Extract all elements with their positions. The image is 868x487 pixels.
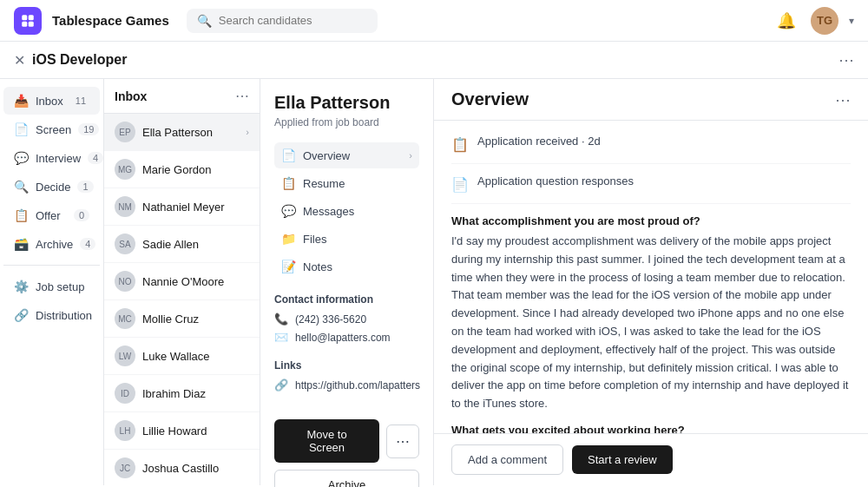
close-job-button[interactable]: ✕	[14, 52, 25, 69]
candidate-detail-source: Applied from job board	[274, 116, 419, 128]
candidate-avatar: LW	[115, 346, 135, 366]
candidates-more-button[interactable]: ⋯	[235, 88, 249, 104]
nav-item-notes[interactable]: 📝 Notes	[274, 253, 419, 280]
candidate-name: Ibrahim Diaz	[142, 387, 249, 400]
svg-rect-2	[22, 21, 27, 26]
sidebar-item-inbox-label: Inbox	[36, 95, 63, 108]
search-icon: 🔍	[197, 14, 212, 28]
sidebar-inbox-badge: 11	[70, 95, 91, 107]
app-logo	[14, 7, 42, 35]
activity-item-content: Application received · 2d	[477, 135, 601, 148]
candidate-actions: Move to Screen ⋯ Archive	[274, 405, 419, 487]
interview-icon: 💬	[14, 151, 29, 165]
nav-item-files[interactable]: 📁 Files	[274, 226, 419, 252]
candidate-item[interactable]: NO Nannie O'Moore	[104, 263, 260, 300]
files-nav-icon: 📁	[281, 232, 296, 246]
overview-panel: Overview ⋯ 📋 Application received · 2d 📄…	[434, 79, 868, 485]
job-header: ✕ iOS Developer ⋯	[0, 42, 868, 79]
email-icon: ✉️	[274, 331, 288, 344]
candidate-avatar: ID	[115, 383, 135, 404]
sidebar-item-screen-label: Screen	[36, 123, 71, 136]
action-row: Move to Screen ⋯	[274, 419, 419, 463]
nav-item-notes-label: Notes	[303, 260, 332, 273]
sidebar-item-interview[interactable]: 💬 Interview 4	[3, 144, 100, 172]
sidebar-item-job-setup-label: Job setup	[36, 280, 89, 293]
screen-icon: 📄	[14, 122, 29, 136]
candidate-item[interactable]: SA Sadie Allen	[104, 226, 260, 263]
offer-icon: 📋	[14, 208, 29, 222]
candidate-item[interactable]: MG Marie Gordon	[104, 151, 260, 188]
candidate-chevron-icon: ›	[246, 127, 249, 137]
links-section-title: Links	[274, 359, 419, 372]
candidate-item[interactable]: LH Lillie Howard	[104, 412, 260, 450]
sidebar-item-decide[interactable]: 🔍 Decide 1	[3, 173, 100, 201]
candidate-item[interactable]: JC Joshua Castillo	[104, 450, 260, 485]
candidate-item[interactable]: LW Luke Wallace	[104, 338, 260, 375]
activity-item: 📄 Application question responses	[451, 174, 851, 204]
sidebar-item-distribution[interactable]: 🔗 Distribution	[3, 301, 100, 329]
sidebar-item-screen[interactable]: 📄 Screen 19	[3, 115, 100, 143]
candidate-avatar: LH	[115, 420, 135, 441]
candidate-name: Lillie Howard	[142, 424, 249, 438]
overview-footer: Add a comment Start a review	[434, 433, 868, 485]
job-more-button[interactable]: ⋯	[838, 50, 854, 69]
nav-item-messages-label: Messages	[303, 205, 354, 218]
resume-nav-icon: 📋	[281, 176, 296, 190]
add-comment-button[interactable]: Add a comment	[451, 444, 563, 475]
overview-content: 📋 Application received · 2d 📄 Applicatio…	[434, 121, 868, 433]
sidebar-item-offer[interactable]: 📋 Offer 0	[3, 201, 100, 229]
candidate-email: hello@lapatters.com	[295, 332, 391, 344]
activity-text: Application received · 2d	[477, 135, 601, 148]
action-more-button[interactable]: ⋯	[386, 424, 419, 458]
link-icon: 🔗	[274, 378, 288, 392]
overview-more-button[interactable]: ⋯	[835, 90, 851, 109]
sidebar-item-archive[interactable]: 🗃️ Archive 4	[3, 230, 100, 258]
candidate-item[interactable]: MC Mollie Cruz	[104, 300, 260, 338]
github-link-row: 🔗 https://github.com/lapatters	[274, 378, 419, 392]
overview-header: Overview ⋯	[434, 79, 868, 121]
candidate-name: Luke Wallace	[142, 350, 249, 363]
candidate-item[interactable]: ID Ibrahim Diaz	[104, 375, 260, 412]
sidebar-divider	[3, 265, 100, 266]
nav-item-messages[interactable]: 💬 Messages	[274, 198, 419, 224]
start-review-button[interactable]: Start a review	[572, 445, 672, 474]
nav-item-overview-label: Overview	[303, 149, 350, 162]
nav-item-resume[interactable]: 📋 Resume	[274, 170, 419, 196]
nav-icons: 🔔 TG ▾	[773, 7, 854, 35]
notifications-button[interactable]: 🔔	[773, 7, 800, 35]
messages-nav-icon: 💬	[281, 204, 296, 218]
candidate-avatar: MC	[115, 308, 135, 329]
candidate-avatar: JC	[115, 457, 135, 478]
activity-inbox-icon: 📋	[451, 136, 469, 153]
sidebar-screen-badge: 19	[78, 123, 99, 135]
activity-item: 📋 Application received · 2d	[451, 135, 851, 164]
nav-item-overview[interactable]: 📄 Overview ›	[274, 142, 419, 168]
svg-rect-0	[22, 15, 27, 20]
candidate-name: Ella Patterson	[142, 126, 239, 139]
candidate-item[interactable]: NM Nathaniel Meyer	[104, 188, 260, 226]
archive-button[interactable]: Archive	[274, 470, 419, 487]
move-to-screen-button[interactable]: Move to Screen	[274, 419, 379, 463]
search-input[interactable]	[219, 14, 367, 27]
candidate-avatar: MG	[115, 159, 135, 180]
distribution-icon: 🔗	[14, 308, 29, 322]
nav-item-resume-label: Resume	[303, 177, 345, 190]
logo-icon	[20, 13, 36, 29]
sidebar-item-job-setup[interactable]: ⚙️ Job setup	[3, 273, 100, 300]
candidate-avatar: NO	[115, 271, 135, 292]
overview-nav-icon: 📄	[281, 148, 296, 162]
sidebar-item-inbox[interactable]: 📥 Inbox 11	[3, 87, 100, 115]
main-layout: 📥 Inbox 11 📄 Screen 19 💬 Interview 4 🔍 D…	[0, 79, 868, 485]
candidate-github: https://github.com/lapatters	[295, 379, 420, 392]
sidebar-item-offer-label: Offer	[36, 209, 67, 222]
sidebar-item-interview-label: Interview	[36, 152, 81, 165]
decide-icon: 🔍	[14, 180, 29, 194]
overview-title: Overview	[451, 89, 835, 109]
sidebar-offer-badge: 0	[74, 209, 89, 221]
avatar-chevron-icon[interactable]: ▾	[849, 15, 854, 27]
question-title-1: What accomplishment you are most proud o…	[451, 214, 851, 227]
app-name: Tablespace Games	[52, 13, 169, 28]
search-box[interactable]: 🔍	[187, 9, 378, 33]
phone-icon: 📞	[274, 313, 288, 326]
candidate-item[interactable]: EP Ella Patterson ›	[104, 114, 260, 151]
